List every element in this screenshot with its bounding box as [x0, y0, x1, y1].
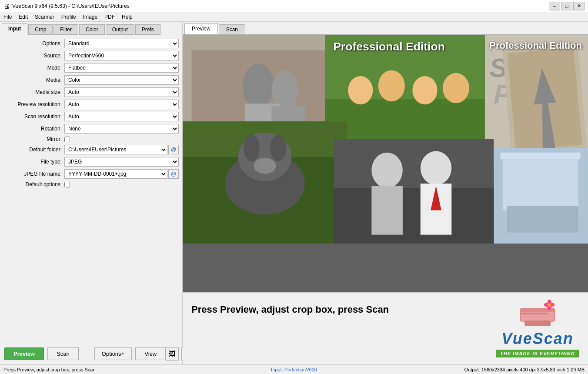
media-label: Media: [3, 77, 64, 83]
menu-help[interactable]: Help [118, 12, 136, 21]
form-area: Options: Standard Professional Source: P… [0, 35, 182, 343]
preview-area: SNA P! [183, 35, 588, 364]
default-options-control [64, 182, 179, 187]
menu-image[interactable]: Image [80, 12, 101, 21]
default-folder-row: Default folder: C:\Users\IEUser\Pictures… [3, 145, 179, 154]
mirror-checkbox[interactable] [64, 137, 70, 142]
svg-rect-48 [525, 321, 551, 326]
jpeg-file-name-select[interactable]: YYYY-MM-DD-0001+.jpg [64, 169, 167, 179]
svg-point-15 [348, 76, 373, 104]
jpeg-file-name-control: YYYY-MM-DD-0001+.jpg @ [64, 169, 179, 179]
preview-resolution-select[interactable]: Auto 75 150 300 [64, 100, 179, 109]
preview-image: SNA P! [183, 35, 588, 292]
default-folder-label: Default folder: [3, 147, 64, 153]
default-folder-control: C:\Users\IEUser\Pictures @ [64, 145, 179, 154]
tab-input[interactable]: Input [2, 23, 27, 35]
tab-color[interactable]: Color [79, 24, 105, 35]
svg-point-51 [551, 303, 555, 307]
media-control: Color B&W Slide [64, 75, 179, 85]
mirror-row: Mirror: [3, 136, 179, 142]
default-folder-select[interactable]: C:\Users\IEUser\Pictures [64, 145, 167, 154]
bottom-buttons: Preview Scan Options+ View [4, 347, 166, 360]
svg-point-17 [412, 76, 437, 104]
status-center: Input: PerfectionV600 [197, 367, 391, 372]
tab-crop[interactable]: Crop [28, 24, 53, 35]
right-panel: Preview Scan [183, 22, 588, 364]
close-button[interactable]: ✕ [573, 2, 585, 10]
svg-point-54 [548, 304, 551, 306]
mirror-control [64, 137, 179, 142]
svg-point-37 [421, 151, 452, 185]
default-options-checkbox[interactable] [64, 182, 70, 187]
rotation-control: None 90 CW 90 CCW 180 [64, 124, 179, 134]
media-size-row: Media size: Auto Letter A4 [3, 87, 179, 97]
jpeg-file-name-label: JPEG file name: [3, 171, 64, 177]
menu-file[interactable]: File [0, 12, 15, 21]
default-folder-at-button[interactable]: @ [168, 145, 179, 154]
preview-collage-svg: SNA P! [183, 35, 588, 244]
svg-point-35 [371, 153, 403, 188]
svg-point-9 [243, 63, 274, 108]
default-options-label: Default options: [3, 181, 64, 187]
preview-resolution-label: Preview resolution: [3, 101, 64, 107]
scan-button[interactable]: Scan [47, 347, 79, 360]
titlebar-controls: ─ □ ✕ [549, 2, 585, 10]
status-left: Press Preview, adjust crop box, press Sc… [3, 367, 197, 372]
titlebar: 🖨 VueScan 9 x64 (9.5.63) - C:\Users\IEUs… [0, 0, 588, 12]
options-select[interactable]: Standard Professional [64, 39, 179, 48]
vuescan-logo-area: VueScan THE IMAGE IS EVERYTHING [496, 300, 579, 357]
status-right: Output: 1560x2334 pixels 400 dpi 3.9x5.8… [391, 367, 585, 372]
preview-resolution-control: Auto 75 150 300 [64, 100, 179, 109]
svg-rect-34 [334, 188, 494, 244]
tab-filter[interactable]: Filter [53, 24, 78, 35]
preview-tab-scan[interactable]: Scan [219, 24, 245, 34]
svg-point-32 [254, 158, 276, 174]
rotation-select[interactable]: None 90 CW 90 CCW 180 [64, 124, 179, 134]
tab-prefs[interactable]: Prefs [135, 24, 160, 35]
media-size-label: Media size: [3, 89, 64, 95]
scan-resolution-select[interactable]: Auto 75 150 300 600 1200 [64, 112, 179, 121]
jpeg-file-name-row: JPEG file name: YYYY-MM-DD-0001+.jpg @ [3, 169, 179, 179]
svg-point-50 [548, 300, 551, 303]
options-plus-button[interactable]: Options+ [94, 347, 132, 360]
vuescan-name: VueScan [501, 330, 573, 348]
titlebar-left: 🖨 VueScan 9 x64 (9.5.63) - C:\Users\IEUs… [3, 3, 130, 10]
preview-tabbar: Preview Scan [183, 22, 588, 35]
options-control: Standard Professional [64, 39, 179, 48]
minimize-button[interactable]: ─ [549, 2, 560, 10]
preview-instruction-text: Press Preview, adjust crop box, press Sc… [191, 300, 389, 315]
view-button[interactable]: View [135, 347, 166, 360]
main-container: Input Crop Filter Color Output Prefs Opt… [0, 22, 588, 364]
preview-resolution-row: Preview resolution: Auto 75 150 300 [3, 100, 179, 109]
statusbar: Press Preview, adjust crop box, press Sc… [0, 364, 588, 374]
svg-point-30 [244, 135, 260, 161]
mode-select[interactable]: Flatbed Transparency [64, 63, 179, 73]
mode-row: Mode: Flatbed Transparency [3, 63, 179, 73]
media-size-select[interactable]: Auto Letter A4 [64, 87, 179, 97]
preview-tab-preview[interactable]: Preview [184, 23, 218, 34]
maximize-button[interactable]: □ [561, 2, 572, 10]
menu-profile[interactable]: Profile [58, 12, 80, 21]
svg-point-31 [270, 135, 286, 161]
source-select[interactable]: PerfectionV600 [64, 51, 179, 60]
app-icon: 🖨 [3, 3, 10, 10]
menu-scanner[interactable]: Scanner [31, 12, 58, 21]
preview-button[interactable]: Preview [4, 347, 44, 360]
svg-rect-43 [501, 153, 581, 159]
pro-edition-text: Professional Edition [489, 40, 582, 51]
tab-output[interactable]: Output [106, 24, 134, 35]
preview-bottom: Press Preview, adjust crop box, press Sc… [183, 292, 588, 364]
jpeg-file-name-at-button[interactable]: @ [168, 169, 179, 179]
photo-icon[interactable]: 🖼 [166, 347, 179, 361]
media-row: Media: Color B&W Slide [3, 75, 179, 85]
vuescan-tagline: THE IMAGE IS EVERYTHING [496, 350, 579, 357]
source-label: Source: [3, 53, 64, 59]
svg-rect-47 [521, 313, 548, 314]
mode-control: Flatbed Transparency [64, 63, 179, 73]
titlebar-title: VueScan 9 x64 (9.5.63) - C:\Users\IEUser… [12, 3, 130, 9]
file-type-select[interactable]: JPEG TIFF PDF [64, 157, 179, 167]
menu-edit[interactable]: Edit [15, 12, 31, 21]
media-select[interactable]: Color B&W Slide [64, 75, 179, 85]
scan-resolution-row: Scan resolution: Auto 75 150 300 600 120… [3, 112, 179, 121]
menu-pdf[interactable]: PDF [101, 12, 118, 21]
